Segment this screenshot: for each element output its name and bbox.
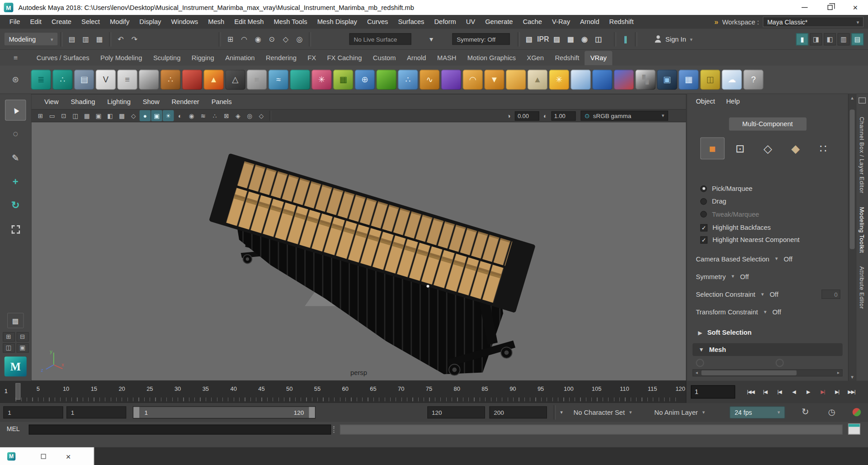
- step-forward-frame-button[interactable]: ▶|: [830, 385, 844, 399]
- render-view-icon[interactable]: ▣: [657, 70, 677, 90]
- minimize-button[interactable]: [792, 0, 817, 15]
- current-frame-field[interactable]: [691, 385, 735, 399]
- menu-item[interactable]: Mesh: [203, 15, 229, 29]
- scrollbar-thumb[interactable]: [850, 109, 855, 249]
- radio-tweak-marquee[interactable]: Tweak/Marquee: [700, 209, 759, 219]
- range-start-handle[interactable]: [133, 407, 139, 418]
- safe-title-icon[interactable]: ◧: [104, 110, 115, 121]
- save-scene-icon[interactable]: ▦: [93, 33, 106, 46]
- bake-icon[interactable]: ◫: [700, 70, 720, 90]
- ambient-occlusion-icon[interactable]: ◉: [186, 110, 197, 121]
- rotate-tool[interactable]: ↻: [5, 195, 26, 216]
- go-to-start-button[interactable]: |◀◀: [744, 385, 757, 399]
- workspace-dropdown[interactable]: Maya Classic* ▾: [763, 17, 863, 27]
- panel-dock-icon[interactable]: [859, 97, 866, 103]
- sky-icon[interactable]: [571, 70, 590, 90]
- panel-menu-item[interactable]: Lighting: [101, 98, 137, 106]
- script-editor-icon[interactable]: [848, 423, 860, 434]
- make-live-icon[interactable]: ◎: [293, 33, 306, 46]
- channel-box-toggle-icon[interactable]: ▥: [838, 33, 850, 45]
- mel-language-button[interactable]: MEL: [7, 426, 20, 432]
- xray-icon[interactable]: ⊠: [221, 110, 232, 121]
- animation-end-field[interactable]: [489, 406, 547, 418]
- range-slider[interactable]: 1 120: [133, 406, 316, 418]
- restore-button[interactable]: [817, 0, 842, 15]
- contrast-icon[interactable]: ◐: [540, 110, 551, 121]
- close-button[interactable]: ×: [843, 0, 868, 15]
- check-highlight-backfaces[interactable]: Highlight Backfaces: [700, 223, 800, 231]
- shelf-tab[interactable]: Poly Modeling: [95, 51, 148, 66]
- film-gate-icon[interactable]: ▭: [47, 110, 57, 121]
- fire-icon[interactable]: ▲: [204, 70, 224, 90]
- menu-item[interactable]: Select: [76, 15, 105, 29]
- shelf-tab[interactable]: Redshift: [549, 51, 585, 66]
- panel-menu-item[interactable]: Panels: [205, 98, 238, 106]
- particles-icon[interactable]: ∴: [398, 70, 418, 90]
- menu-item[interactable]: File: [5, 15, 25, 29]
- command-input[interactable]: [29, 425, 331, 435]
- resolution-gate-icon[interactable]: ⊡: [58, 110, 69, 121]
- textured-mode-icon[interactable]: ▣: [151, 110, 162, 121]
- shelf-tab[interactable]: Rendering: [260, 51, 302, 66]
- timeline-ruler[interactable]: 1 51015202530354045505560657075808590951…: [0, 381, 686, 403]
- scroll-up-icon[interactable]: ▲: [849, 94, 856, 102]
- object-mode-icon[interactable]: ■: [700, 138, 725, 160]
- ipr-render-icon[interactable]: IPR: [537, 33, 550, 46]
- light-editor-icon[interactable]: ◫: [592, 33, 605, 46]
- curve-tool-icon[interactable]: ∿: [420, 70, 439, 90]
- panel-menu-item[interactable]: Shading: [65, 98, 101, 106]
- fill-mode-icon[interactable]: ▩: [116, 110, 127, 121]
- panel-menu-item[interactable]: View: [38, 98, 65, 106]
- four-pane-layout-icon[interactable]: ⊟: [16, 332, 28, 342]
- hypershade-icon[interactable]: ◉: [578, 33, 591, 46]
- playback-loop-icon[interactable]: ↻: [802, 406, 809, 417]
- close-icon[interactable]: ×: [66, 451, 71, 461]
- menu-item[interactable]: Create: [47, 15, 76, 29]
- menu-item[interactable]: Redshift: [604, 15, 639, 29]
- step-back-frame-button[interactable]: |◀: [759, 385, 772, 399]
- shaded-mode-icon[interactable]: ●: [140, 110, 151, 121]
- range-inner-bar[interactable]: 1 120: [140, 407, 309, 418]
- shelf-tab[interactable]: VRay: [585, 51, 612, 66]
- paint-select-tool[interactable]: ✎: [5, 147, 26, 169]
- scrollbar-thumb[interactable]: [701, 370, 797, 375]
- modeling-toolkit-toggle-icon[interactable]: ▮: [796, 33, 808, 45]
- sphere-dual-icon[interactable]: [614, 70, 634, 90]
- default-material-icon[interactable]: ◎: [244, 110, 255, 121]
- face-mode-icon[interactable]: ◆: [783, 138, 808, 160]
- step-forward-key-button[interactable]: ▶|: [816, 385, 829, 399]
- play-backwards-button[interactable]: ◀: [787, 385, 800, 399]
- shelf-tab[interactable]: Rigging: [186, 51, 220, 66]
- live-surface-field[interactable]: No Live Surface: [349, 33, 411, 45]
- sidetab-attribute-editor[interactable]: Attribute Editor: [859, 266, 866, 309]
- menu-item[interactable]: Cache: [518, 15, 547, 29]
- menu-item[interactable]: Deform: [429, 15, 461, 29]
- checker-bw-icon[interactable]: ▚: [636, 70, 656, 90]
- fps-dropdown[interactable]: 24 fps ▾: [730, 406, 785, 418]
- chevron-down-icon[interactable]: ▾: [425, 33, 438, 46]
- step-back-key-button[interactable]: |◀: [773, 385, 786, 399]
- uv-mode-icon[interactable]: ∷: [811, 138, 835, 160]
- help-icon[interactable]: ?: [743, 70, 763, 90]
- exposure-icon[interactable]: ◑: [503, 110, 514, 121]
- symmetry-row[interactable]: Symmetry ▼ Off: [696, 271, 840, 282]
- redo-icon[interactable]: ↷: [128, 33, 141, 46]
- menu-item[interactable]: Display: [134, 15, 166, 29]
- exposure-field[interactable]: [515, 111, 539, 120]
- vray-plane-icon[interactable]: ∴: [52, 70, 72, 90]
- workspace-chevrons-icon[interactable]: »: [714, 18, 718, 26]
- chevron-down-icon[interactable]: ▾: [560, 410, 563, 415]
- animation-preferences-icon[interactable]: ◷: [828, 407, 835, 417]
- scale-tool[interactable]: [5, 218, 26, 240]
- playback-start-field[interactable]: [66, 406, 126, 418]
- cloud-icon[interactable]: ☁: [722, 70, 742, 90]
- menu-item[interactable]: Mesh Tools: [269, 15, 312, 29]
- wireframe-mode-icon[interactable]: ◇: [128, 110, 139, 121]
- spot-light-icon[interactable]: ▼: [484, 70, 504, 90]
- spreadsheet-icon[interactable]: ▦: [679, 70, 698, 90]
- radio-pick-marquee[interactable]: Pick/Marquee: [700, 184, 759, 193]
- symmetry-field[interactable]: Symmetry: Off: [452, 33, 509, 45]
- marimba-3d-model[interactable]: [32, 122, 686, 380]
- use-all-lights-icon[interactable]: ☀: [163, 110, 174, 121]
- toolkit-menu-item[interactable]: Help: [726, 97, 740, 105]
